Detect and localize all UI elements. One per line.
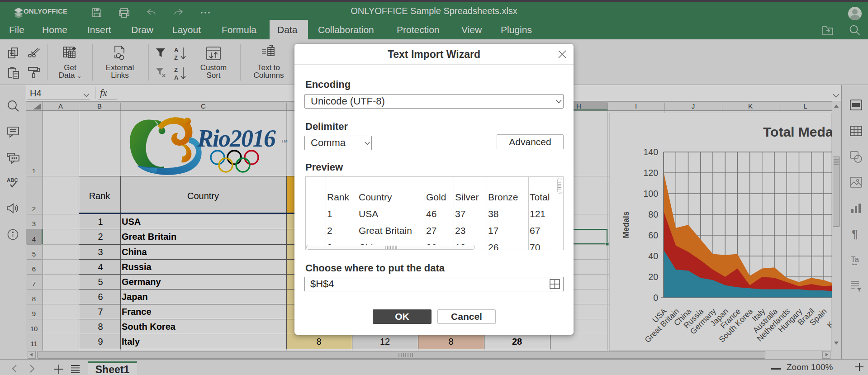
svg-text:17: 17	[488, 225, 498, 236]
svg-text:Great Britain: Great Britain	[359, 225, 412, 236]
svg-text:37: 37	[455, 209, 465, 219]
svg-text:Gold: Gold	[426, 192, 446, 202]
svg-text:67: 67	[530, 225, 540, 236]
svg-text:1: 1	[327, 209, 332, 219]
svg-text:70: 70	[530, 242, 540, 250]
svg-text:2: 2	[327, 225, 332, 236]
svg-text:USA: USA	[359, 209, 378, 219]
svg-text:27: 27	[426, 225, 436, 236]
svg-text:Silver: Silver	[455, 192, 479, 202]
svg-text:Bronze: Bronze	[488, 192, 518, 202]
svg-text:38: 38	[488, 209, 498, 219]
svg-text:26: 26	[488, 242, 498, 250]
svg-text:46: 46	[426, 209, 436, 219]
svg-text:Country: Country	[359, 192, 392, 202]
svg-text:121: 121	[530, 209, 545, 219]
svg-text:Total: Total	[530, 192, 550, 202]
svg-text:Rank: Rank	[327, 192, 350, 202]
svg-text:23: 23	[455, 225, 465, 236]
